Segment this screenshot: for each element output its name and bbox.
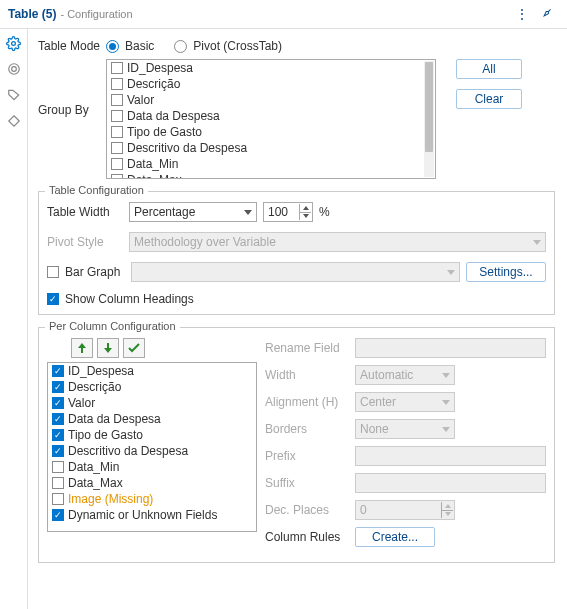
check-button[interactable] [123, 338, 145, 358]
checkbox-icon[interactable] [52, 445, 64, 457]
column-item[interactable]: Valor [48, 395, 256, 411]
table-configuration-fieldset: Table Configuration Table Width Percenta… [38, 191, 555, 315]
groupby-item[interactable]: Data_Min [107, 156, 435, 172]
table-width-label: Table Width [47, 205, 123, 219]
radio-pivot[interactable] [174, 40, 187, 53]
column-item[interactable]: Data da Despesa [48, 411, 256, 427]
column-item-label: Tipo de Gasto [68, 428, 143, 442]
dec-places-spinner: 0 [355, 500, 455, 520]
bar-graph-checkbox[interactable] [47, 266, 59, 278]
checkbox-icon[interactable] [52, 477, 64, 489]
per-column-listbox[interactable]: ID_DespesaDescriçãoValorData da DespesaT… [47, 362, 257, 532]
create-button[interactable]: Create... [355, 527, 435, 547]
more-icon[interactable]: ⋮ [509, 4, 535, 24]
groupby-item[interactable]: Data da Despesa [107, 108, 435, 124]
svg-point-1 [8, 64, 19, 75]
suffix-input [355, 473, 546, 493]
tag-icon[interactable] [6, 87, 22, 103]
column-item-label: Data da Despesa [68, 412, 161, 426]
dec-places-label: Dec. Places [265, 503, 349, 517]
column-item[interactable]: Image (Missing) [48, 491, 256, 507]
groupby-item-label: Data_Max [127, 173, 182, 179]
radio-basic-label: Basic [125, 39, 154, 53]
checkbox-icon[interactable] [111, 78, 123, 90]
alignment-select: Center [355, 392, 455, 412]
groupby-item-label: Descritivo da Despesa [127, 141, 247, 155]
pin-icon[interactable] [535, 4, 559, 24]
groupby-item[interactable]: ID_Despesa [107, 60, 435, 76]
checkbox-icon[interactable] [111, 174, 123, 179]
groupby-item[interactable]: Data_Max [107, 172, 435, 179]
table-width-value-spinner[interactable]: 100 [263, 202, 313, 222]
group-by-label: Group By [38, 59, 106, 117]
groupby-item-label: Valor [127, 93, 154, 107]
checkbox-icon[interactable] [52, 381, 64, 393]
move-down-button[interactable] [97, 338, 119, 358]
groupby-item-label: Tipo de Gasto [127, 125, 202, 139]
spin-down[interactable] [299, 213, 311, 221]
column-item[interactable]: Data_Min [48, 459, 256, 475]
checkbox-icon[interactable] [111, 158, 123, 170]
groupby-item[interactable]: Descritivo da Despesa [107, 140, 435, 156]
checkbox-icon[interactable] [52, 429, 64, 441]
column-item-label: ID_Despesa [68, 364, 134, 378]
groupby-item-label: Descrição [127, 77, 180, 91]
column-item-label: Valor [68, 396, 95, 410]
prefix-label: Prefix [265, 449, 349, 463]
checkbox-icon[interactable] [111, 94, 123, 106]
groupby-item-label: ID_Despesa [127, 61, 193, 75]
checkbox-icon[interactable] [111, 142, 123, 154]
groupby-item[interactable]: Descrição [107, 76, 435, 92]
radio-basic[interactable] [106, 40, 119, 53]
rename-field-input [355, 338, 546, 358]
window-header: Table (5) - Configuration ⋮ [0, 0, 567, 29]
alignment-label: Alignment (H) [265, 395, 349, 409]
checkbox-icon[interactable] [52, 365, 64, 377]
scrollbar[interactable] [424, 61, 434, 177]
column-item[interactable]: ID_Despesa [48, 363, 256, 379]
diamond-icon[interactable] [6, 113, 22, 129]
svg-point-2 [11, 67, 16, 72]
checkbox-icon[interactable] [52, 509, 64, 521]
target-icon[interactable] [6, 61, 22, 77]
config-sidebar [0, 29, 28, 609]
groupby-item[interactable]: Tipo de Gasto [107, 124, 435, 140]
checkbox-icon[interactable] [111, 62, 123, 74]
pivot-style-label: Pivot Style [47, 235, 123, 249]
borders-select: None [355, 419, 455, 439]
per-column-fieldset: Per Column Configuration ID_DespesaDescr… [38, 327, 555, 563]
groupby-item[interactable]: Valor [107, 92, 435, 108]
borders-label: Borders [265, 422, 349, 436]
radio-pivot-label: Pivot (CrossTab) [193, 39, 282, 53]
all-button[interactable]: All [456, 59, 522, 79]
checkbox-icon[interactable] [111, 126, 123, 138]
tool-subtitle: - Configuration [60, 8, 132, 20]
settings-button[interactable]: Settings... [466, 262, 546, 282]
table-config-legend: Table Configuration [45, 184, 148, 196]
checkbox-icon[interactable] [52, 493, 64, 505]
column-item[interactable]: Descrição [48, 379, 256, 395]
column-item-label: Data_Min [68, 460, 119, 474]
clear-button[interactable]: Clear [456, 89, 522, 109]
tool-title: Table (5) [8, 7, 56, 21]
column-item-label: Data_Max [68, 476, 123, 490]
checkbox-icon[interactable] [52, 397, 64, 409]
column-item[interactable]: Tipo de Gasto [48, 427, 256, 443]
column-item[interactable]: Dynamic or Unknown Fields [48, 507, 256, 523]
column-item[interactable]: Descritivo da Despesa [48, 443, 256, 459]
group-by-listbox[interactable]: ID_DespesaDescriçãoValorData da DespesaT… [106, 59, 436, 179]
column-item-label: Descrição [68, 380, 121, 394]
table-width-mode-select[interactable]: Percentage [129, 202, 257, 222]
bar-graph-label: Bar Graph [65, 265, 125, 279]
move-up-button[interactable] [71, 338, 93, 358]
spin-up[interactable] [299, 204, 311, 213]
checkbox-icon[interactable] [52, 413, 64, 425]
checkbox-icon[interactable] [111, 110, 123, 122]
checkbox-icon[interactable] [52, 461, 64, 473]
scrollbar-thumb[interactable] [425, 62, 433, 152]
gear-icon[interactable] [6, 35, 22, 51]
show-headings-checkbox[interactable] [47, 293, 59, 305]
column-item[interactable]: Data_Max [48, 475, 256, 491]
column-rules-label: Column Rules [265, 530, 349, 544]
column-item-label: Descritivo da Despesa [68, 444, 188, 458]
